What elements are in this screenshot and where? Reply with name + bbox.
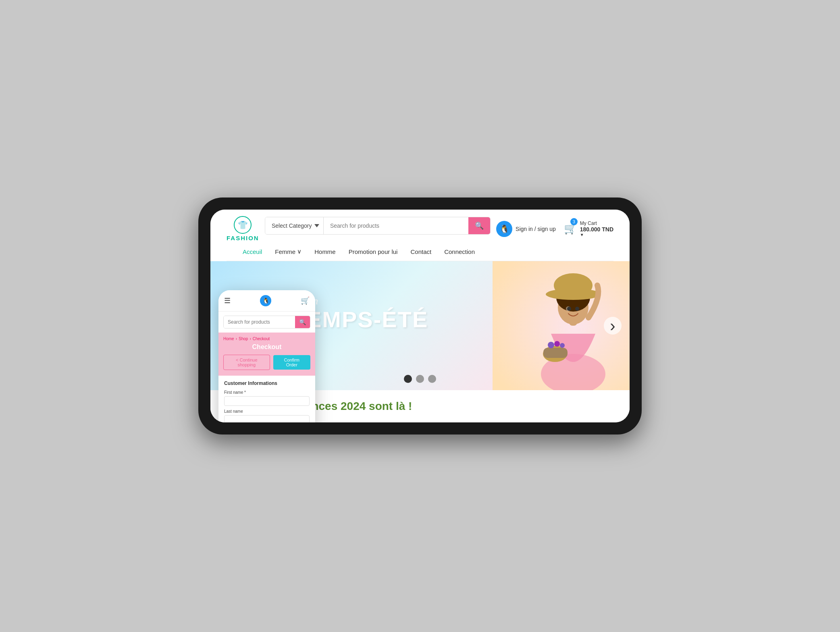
search-button[interactable]: 🔍	[468, 217, 490, 234]
checkout-title: Checkout	[223, 343, 310, 351]
header: 👕 FASHION Select Category 🔍	[210, 210, 630, 261]
breadcrumb-shop[interactable]: Shop	[239, 337, 248, 341]
mobile-cart-icon[interactable]: 🛒	[301, 296, 310, 305]
svg-point-14	[567, 307, 571, 311]
mobile-search-input[interactable]	[224, 316, 295, 328]
mobile-menu-icon[interactable]: ☰	[224, 296, 231, 305]
device-frame: 👕 FASHION Select Category 🔍	[198, 198, 642, 434]
logo-text: FASHION	[227, 235, 259, 241]
mobile-overlay: ☰ 🐧 🛒 🔍 Home › Shop › Checkout Checkout	[218, 290, 315, 422]
breadcrumb-checkout: Checkout	[253, 337, 270, 341]
mobile-form-section: Customer Informations First name * Last …	[218, 376, 315, 422]
logo-icon: 👕	[234, 216, 252, 234]
cart-amount: 180.000 TND	[580, 226, 613, 233]
cart-area[interactable]: 3 🛒 My Cart 180.000 TND ▼	[564, 220, 613, 237]
last-name-input[interactable]	[224, 415, 310, 422]
hero-next-arrow[interactable]: ›	[604, 317, 622, 335]
form-section-title: Customer Informations	[224, 380, 310, 386]
cart-info: My Cart 180.000 TND ▼	[580, 220, 613, 237]
cart-label: My Cart	[580, 220, 613, 226]
svg-point-10	[548, 342, 554, 348]
first-name-label: First name *	[224, 390, 310, 395]
sign-in-area[interactable]: 🐧 Sign in / sign up	[496, 221, 556, 237]
screen: 👕 FASHION Select Category 🔍	[210, 210, 630, 422]
nav-item-homme[interactable]: Homme	[314, 248, 336, 255]
nav: Acceuil Femme ∨ Homme Promotion pour lui…	[227, 248, 613, 261]
breadcrumb: Home › Shop › Checkout	[223, 337, 310, 341]
cart-badge: 3	[570, 218, 578, 225]
dot-1[interactable]	[404, 375, 412, 383]
first-name-input[interactable]	[224, 396, 310, 406]
checkout-actions: < Continue shopping Confirm Order	[223, 355, 310, 370]
svg-point-12	[560, 343, 565, 348]
category-select[interactable]: Select Category	[265, 217, 324, 234]
nav-item-acceuil[interactable]: Acceuil	[243, 248, 262, 255]
search-container: Select Category 🔍	[265, 217, 491, 235]
svg-point-6	[554, 273, 593, 297]
user-avatar-icon: 🐧	[496, 221, 512, 237]
search-input[interactable]	[324, 217, 468, 234]
search-bar: Select Category 🔍	[265, 217, 491, 235]
logo-area[interactable]: 👕 FASHION	[227, 216, 259, 241]
femme-chevron-icon: ∨	[297, 248, 301, 255]
svg-rect-9	[543, 348, 568, 358]
mobile-search-button[interactable]: 🔍	[295, 316, 310, 328]
svg-point-11	[554, 341, 560, 347]
dot-2[interactable]	[416, 375, 424, 383]
nav-item-connection[interactable]: Connection	[444, 248, 475, 255]
sign-in-label: Sign in / sign up	[516, 226, 556, 232]
last-name-label: Last name	[224, 409, 310, 414]
cart-dropdown-icon: ▼	[580, 233, 613, 237]
mobile-search-bar: 🔍	[223, 316, 310, 328]
header-right: 🐧 Sign in / sign up 3 🛒 My Cart 180.000 …	[496, 220, 613, 237]
header-top: 👕 FASHION Select Category 🔍	[227, 216, 613, 241]
mobile-avatar: 🐧	[260, 295, 271, 306]
nav-item-femme[interactable]: Femme ∨	[275, 248, 301, 255]
dot-3[interactable]	[428, 375, 436, 383]
continue-shopping-button[interactable]: < Continue shopping	[223, 355, 270, 370]
nav-item-contact[interactable]: Contact	[410, 248, 431, 255]
nav-item-promotion[interactable]: Promotion pour lui	[349, 248, 398, 255]
breadcrumb-home[interactable]: Home	[223, 337, 234, 341]
confirm-order-button[interactable]: Confirm Order	[273, 355, 310, 370]
mobile-header: ☰ 🐧 🛒	[218, 290, 315, 312]
carousel-dots	[404, 375, 436, 383]
checkout-section: Home › Shop › Checkout Checkout < Contin…	[218, 333, 315, 376]
svg-point-13	[575, 307, 579, 311]
